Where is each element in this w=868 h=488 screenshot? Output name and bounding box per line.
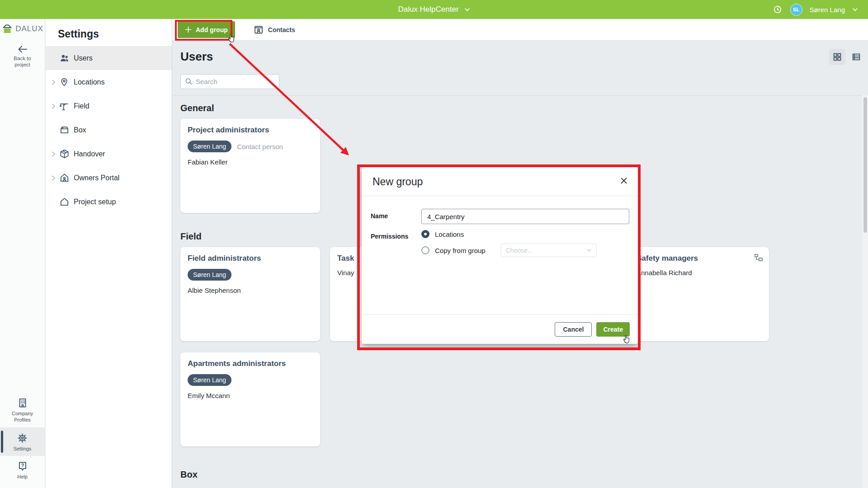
gear-icon: [16, 432, 28, 444]
crane-icon: [59, 101, 74, 111]
scrollbar-thumb[interactable]: [863, 97, 867, 233]
nav-item-users[interactable]: Users: [46, 46, 172, 70]
logo-text: DALUX: [15, 24, 43, 33]
field-cards-row2: Apartments administrators Søren Lang Emi…: [180, 352, 868, 446]
close-button[interactable]: [620, 177, 628, 185]
dalux-house-icon: [1, 23, 13, 34]
annotation-box-add-group: [175, 20, 232, 41]
grid-view-icon: [832, 52, 842, 62]
topbar-right: SL Søren Lang: [772, 0, 858, 19]
dialog-body: Name Permissions Locations Co: [362, 196, 638, 314]
nav-item-label: Field: [74, 102, 90, 110]
member-name: Annabella Richard: [637, 269, 762, 277]
search-input[interactable]: [180, 74, 279, 89]
settings-nav: Settings Users Locations: [46, 19, 172, 488]
group-card-project-administrators[interactable]: Project administrators Søren Lang Contac…: [180, 119, 320, 213]
contact-card-icon: [253, 24, 264, 35]
list-view-button[interactable]: [848, 49, 864, 65]
search-icon: [184, 77, 193, 87]
left-rail: DALUX Back to project Company Profiles: [0, 19, 45, 488]
chevron-right-icon[interactable]: [51, 79, 59, 85]
svg-text:?: ?: [21, 463, 24, 468]
history-icon[interactable]: [772, 4, 783, 15]
permissions-label: Permissions: [371, 229, 421, 262]
radio-selected-icon[interactable]: [421, 230, 429, 238]
project-switcher[interactable]: Dalux HelpCenter: [0, 0, 868, 19]
divider: [172, 95, 868, 96]
radio-unselected-icon[interactable]: [421, 246, 429, 254]
location-pin-icon: [59, 77, 74, 87]
radio-option-locations[interactable]: Locations: [421, 229, 629, 239]
nav-item-project-setup[interactable]: Project setup: [46, 190, 172, 214]
rail-item-label: Company Profiles: [6, 411, 39, 423]
member-name: Albie Stephenson: [188, 286, 313, 294]
annotation-box-modal: New group Name Permissions: [357, 164, 641, 350]
card-title: Project administrators: [188, 126, 313, 135]
app-root: Dalux HelpCenter SL Søren Lang DALUX: [0, 0, 868, 488]
nav-item-label: Handover: [74, 150, 105, 158]
org-chart-icon[interactable]: [755, 254, 763, 263]
member-badge: Søren Lang: [188, 269, 231, 281]
rail-item-company-profiles[interactable]: Company Profiles: [0, 393, 45, 427]
grid-view-button[interactable]: [829, 49, 845, 65]
view-toggles: [829, 49, 864, 65]
chevron-right-icon[interactable]: [51, 151, 59, 157]
new-group-dialog: New group Name Permissions: [362, 167, 638, 344]
name-label: Name: [371, 209, 421, 224]
building-icon: [17, 397, 28, 409]
create-button[interactable]: Create: [596, 322, 630, 337]
rail-item-label: Help: [6, 474, 39, 480]
group-card-field-administrators[interactable]: Field administrators Søren Lang Albie St…: [180, 247, 320, 341]
contacts-label: Contacts: [268, 26, 295, 33]
chevron-down-icon: [586, 248, 592, 253]
nav-item-label: Users: [74, 54, 93, 62]
card-title: Safety managers: [637, 254, 762, 263]
rail-item-settings[interactable]: Settings: [0, 427, 45, 456]
group-name-input[interactable]: [421, 209, 629, 224]
dialog-footer: Cancel Create: [362, 314, 638, 344]
nav-item-locations[interactable]: Locations: [46, 70, 172, 94]
cancel-button[interactable]: Cancel: [555, 322, 592, 337]
member-badge: Søren Lang: [188, 141, 231, 152]
select-placeholder: Choose...: [506, 247, 533, 254]
nav-item-field[interactable]: Field: [46, 94, 172, 118]
dalux-logo[interactable]: DALUX: [1, 23, 43, 34]
rail-item-help[interactable]: ? Help: [0, 456, 45, 484]
card-title: Field administrators: [188, 254, 313, 263]
group-card-apartments-administrators[interactable]: Apartments administrators Søren Lang Emi…: [180, 352, 320, 446]
section-heading-box: Box: [180, 469, 868, 480]
nav-item-handover[interactable]: Handover: [46, 142, 172, 166]
back-to-project-button[interactable]: Back to project: [8, 44, 37, 68]
rail-item-label: Settings: [6, 446, 39, 452]
nav-item-label: Locations: [74, 78, 105, 86]
owners-house-icon: [59, 173, 74, 183]
dialog-header: New group: [362, 167, 638, 196]
searchbox: [180, 74, 279, 89]
chevron-right-icon[interactable]: [51, 175, 59, 181]
nav-item-owners-portal[interactable]: Owners Portal: [46, 166, 172, 190]
users-icon: [59, 53, 74, 63]
list-view-icon: [851, 52, 861, 62]
member-name: Emily Mccann: [188, 392, 313, 399]
radio-label: Copy from group: [435, 247, 486, 254]
arrow-left-icon: [17, 44, 28, 54]
nav-item-label: Project setup: [74, 198, 116, 206]
member-badge: Søren Lang: [188, 374, 231, 386]
avatar[interactable]: SL: [790, 4, 802, 16]
radio-label: Locations: [435, 230, 464, 238]
topbar: Dalux HelpCenter SL Søren Lang: [0, 0, 868, 19]
contacts-button[interactable]: Contacts: [250, 24, 298, 36]
chevron-right-icon[interactable]: [51, 103, 59, 109]
user-menu-chevron-icon[interactable]: [852, 7, 858, 13]
chevron-down-icon: [464, 7, 470, 13]
package-icon: [59, 149, 74, 159]
nav-item-label: Box: [74, 126, 86, 134]
scrollbar-track[interactable]: [862, 95, 868, 488]
copy-group-select[interactable]: Choose...: [501, 244, 597, 257]
group-card-safety-managers[interactable]: Safety managers Annabella Richard: [629, 247, 769, 341]
dialog-title: New group: [373, 176, 423, 188]
radio-option-copy-from-group[interactable]: Copy from group Choose...: [421, 245, 629, 255]
page-title: Users: [180, 50, 868, 64]
nav-item-box[interactable]: Box: [46, 118, 172, 142]
rail-bottom: Company Profiles Settings ? Help: [0, 393, 45, 488]
